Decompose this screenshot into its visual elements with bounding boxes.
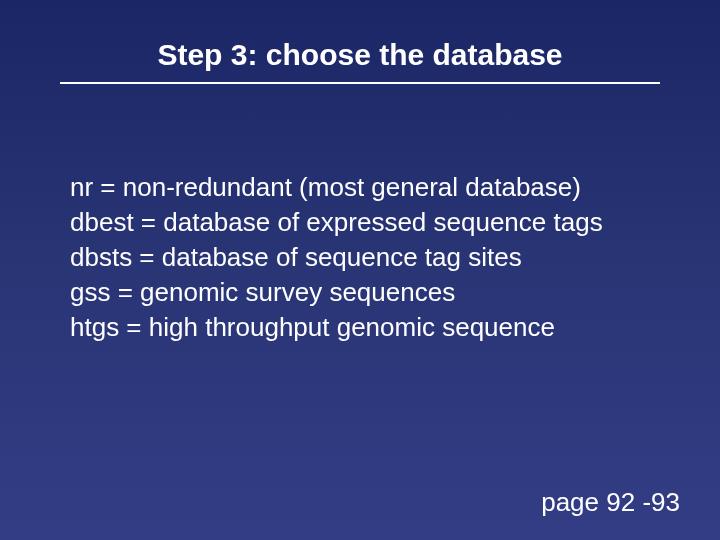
body-line: gss = genomic survey sequences <box>70 275 660 310</box>
body-line: nr = non-redundant (most general databas… <box>70 170 660 205</box>
body-text: nr = non-redundant (most general databas… <box>70 170 660 345</box>
slide-title: Step 3: choose the database <box>60 38 660 80</box>
title-underline <box>60 82 660 84</box>
title-block: Step 3: choose the database <box>60 38 660 84</box>
body-line: dbest = database of expressed sequence t… <box>70 205 660 240</box>
body-line: dbsts = database of sequence tag sites <box>70 240 660 275</box>
body-line: htgs = high throughput genomic sequence <box>70 310 660 345</box>
page-footer: page 92 -93 <box>541 487 680 518</box>
